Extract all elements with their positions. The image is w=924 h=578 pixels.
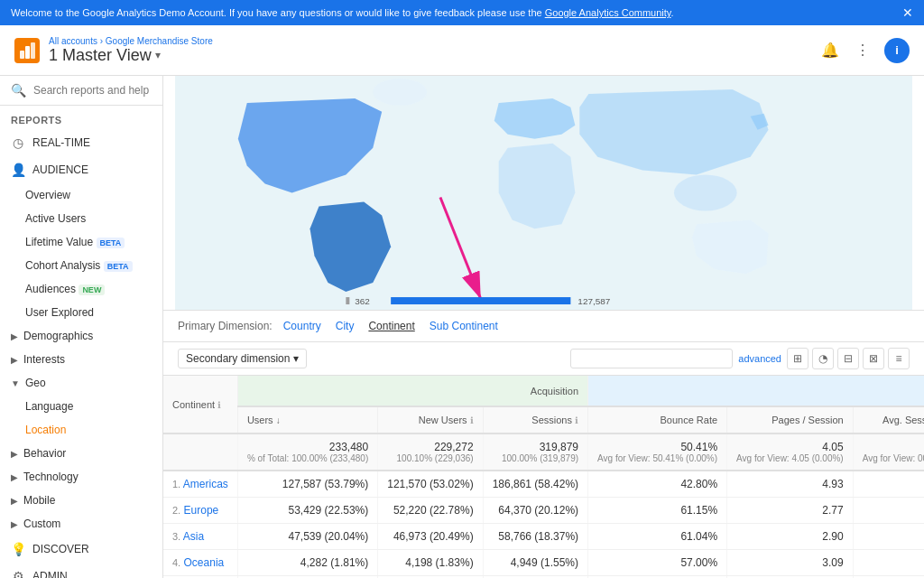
row-continent: 4. Oceania — [163, 550, 237, 576]
col-header-users[interactable]: Users ↓ — [237, 406, 377, 434]
svg-point-6 — [373, 79, 427, 106]
table-row: 4. Oceania 4,282 (1.81%) 4,198 (1.83%) 4… — [163, 550, 924, 576]
layout: 🔍 Reports ◷ REAL-TIME 👤 AUDIENCE Overvie… — [0, 76, 924, 578]
dropdown-icon: ▾ — [293, 352, 299, 365]
col-header-avg-session[interactable]: Avg. Session Duration ℹ — [853, 406, 924, 434]
sidebar-item-audience[interactable]: 👤 AUDIENCE — [0, 156, 162, 183]
oceania-link[interactable]: Oceania — [184, 556, 225, 569]
sidebar-group-technology[interactable]: ▶ Technology — [0, 465, 162, 489]
sidebar-group-interests[interactable]: ▶ Interests — [0, 348, 162, 371]
data-table: Continent ℹ Acquisition Behavior Convers… — [163, 376, 924, 578]
sidebar-sub-overview[interactable]: Overview — [0, 183, 162, 207]
header: All accounts › Google Merchandise Store … — [0, 25, 924, 76]
dim-subcontinent-btn[interactable]: Sub Continent — [426, 318, 502, 334]
svg-rect-11 — [391, 297, 570, 304]
behavior-label: Behavior — [23, 447, 66, 460]
grid-view-icon[interactable]: ⊞ — [787, 348, 808, 369]
new-users-info-icon[interactable]: ℹ — [470, 415, 474, 425]
cell-bounce-rate: 42.80% — [588, 471, 727, 498]
banner-text: Welcome to the Google Analytics Demo Acc… — [11, 7, 674, 18]
table-row: 3. Asia 47,539 (20.04%) 46,973 (20.49%) … — [163, 524, 924, 550]
dim-country-btn[interactable]: Country — [280, 318, 325, 334]
admin-label: ADMIN — [32, 570, 68, 578]
realtime-label: REAL-TIME — [32, 136, 90, 149]
cell-users: 127,587 (53.79%) — [237, 471, 377, 498]
account-info: All accounts › Google Merchandise Store … — [49, 36, 213, 65]
chevron-right-icon6: ▶ — [11, 519, 18, 529]
sidebar-sub-active-users[interactable]: Active Users — [0, 207, 162, 230]
total-new-users: 229,272 100.10% (229,036) — [378, 434, 483, 471]
secondary-dimension-label: Secondary dimension — [186, 352, 290, 365]
sidebar-group-mobile[interactable]: ▶ Mobile — [0, 489, 162, 512]
sidebar-sub-language[interactable]: Language — [0, 395, 162, 418]
pivot-view-icon[interactable]: ⊠ — [863, 348, 884, 369]
table-row: 2. Europe 53,429 (22.53%) 52,220 (22.78%… — [163, 498, 924, 524]
ga-logo — [14, 38, 40, 63]
europe-link[interactable]: Europe — [184, 504, 219, 517]
comparison-view-icon[interactable]: ⊟ — [837, 348, 859, 369]
col-header-sessions[interactable]: Sessions ℹ — [483, 406, 587, 434]
total-label — [163, 434, 237, 471]
dim-city-btn[interactable]: City — [332, 318, 358, 334]
sidebar-group-custom[interactable]: ▶ Custom — [0, 512, 162, 536]
search-input[interactable] — [33, 84, 163, 97]
chevron-right-icon4: ▶ — [11, 472, 18, 482]
secondary-dimension-select[interactable]: Secondary dimension ▾ — [178, 349, 307, 368]
behavior-group-header: Behavior — [588, 376, 924, 406]
col-header-bounce-rate[interactable]: Bounce Rate — [588, 406, 727, 434]
col-header-new-users[interactable]: New Users ℹ — [378, 406, 483, 434]
interests-label: Interests — [23, 353, 65, 366]
row-continent: 3. Asia — [163, 524, 237, 550]
more-options-icon[interactable]: ⋮ — [852, 40, 873, 61]
sidebar-sub-audiences[interactable]: Audiences NEW — [0, 277, 162, 301]
banner-link[interactable]: Google Analytics Community — [545, 7, 671, 18]
person-icon: 👤 — [11, 163, 25, 177]
total-sessions: 319,879 100.00% (319,879) — [483, 434, 587, 471]
header-left: All accounts › Google Merchandise Store … — [14, 36, 213, 65]
sidebar-sub-user-explorer[interactable]: User Explored — [0, 301, 162, 324]
sidebar-group-demographics[interactable]: ▶ Demographics — [0, 324, 162, 348]
avatar[interactable]: i — [884, 38, 910, 63]
map-container: 362 127,587 — [163, 76, 924, 311]
table-search-input[interactable] — [570, 349, 733, 368]
advanced-search-btn[interactable]: advanced — [738, 353, 781, 364]
sidebar-group-geo[interactable]: ▼ Geo — [0, 371, 162, 395]
search-right: advanced ⊞ ◔ ⊟ ⊠ ≡ — [570, 348, 910, 369]
acquisition-group-header: Acquisition — [237, 376, 587, 406]
col-header-pages-session[interactable]: Pages / Session — [727, 406, 854, 434]
col-header-continent[interactable]: Continent ℹ — [163, 376, 237, 434]
total-pages-session: 4.05 Avg for View: 4.05 (0.00%) — [727, 434, 854, 471]
secondary-bar: Secondary dimension ▾ advanced ⊞ ◔ ⊟ ⊠ ≡ — [163, 342, 924, 376]
cell-sessions: 186,861 (58.42%) — [483, 471, 587, 498]
breadcrumb-store[interactable]: Google Merchandise Store — [106, 36, 213, 46]
dimension-bar: Primary Dimension: Country City Continen… — [163, 311, 924, 342]
notification-icon[interactable]: 🔔 — [819, 40, 841, 61]
main-content: 362 127,587 Primary Dimension: Country C… — [163, 76, 924, 578]
primary-dimension-label: Primary Dimension: — [178, 320, 273, 332]
svg-point-5 — [674, 175, 737, 211]
table-row: 1. Americas 127,587 (53.79%) 121,570 (53… — [163, 471, 924, 498]
close-icon[interactable]: ✕ — [902, 5, 913, 20]
sidebar-item-admin[interactable]: ⚙ ADMIN — [0, 563, 162, 578]
totals-row: 233,480 % of Total: 100.00% (233,480) 22… — [163, 434, 924, 471]
sidebar-item-discover[interactable]: 💡 DISCOVER — [0, 536, 162, 563]
sidebar-group-behavior[interactable]: ▶ Behavior — [0, 442, 162, 465]
total-avg-session: 00:02:20 Avg for View: 00:02:20 (0.00%) — [853, 434, 924, 471]
view-icons: ⊞ ◔ ⊟ ⊠ ≡ — [787, 348, 910, 369]
sidebar-sub-cohort[interactable]: Cohort Analysis BETA — [0, 254, 162, 277]
row-continent: 1. Americas — [163, 471, 237, 498]
continent-info-icon[interactable]: ℹ — [217, 400, 221, 410]
asia-link[interactable]: Asia — [183, 530, 204, 543]
metrics-view-icon[interactable]: ≡ — [888, 348, 910, 369]
pie-view-icon[interactable]: ◔ — [812, 348, 834, 369]
sidebar-sub-lifetime[interactable]: Lifetime Value BETA — [0, 230, 162, 254]
sidebar-sub-location[interactable]: Location — [0, 418, 162, 442]
custom-label: Custom — [23, 517, 60, 530]
top-banner: Welcome to the Google Analytics Demo Acc… — [0, 0, 924, 25]
view-title[interactable]: 1 Master View ▾ — [49, 46, 213, 65]
dim-continent-btn[interactable]: Continent — [365, 318, 418, 334]
sidebar-item-realtime[interactable]: ◷ REAL-TIME — [0, 129, 162, 156]
breadcrumb-prefix[interactable]: All accounts — [49, 36, 97, 46]
americas-link[interactable]: Americas — [183, 478, 228, 490]
sessions-info-icon[interactable]: ℹ — [575, 415, 578, 425]
